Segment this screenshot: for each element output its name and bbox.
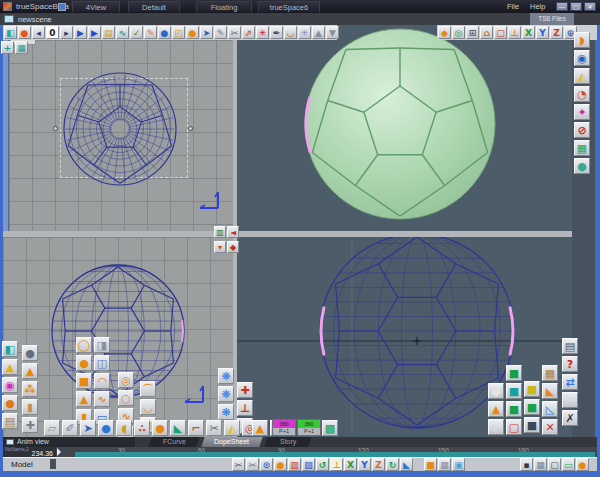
- view-type-button-icon[interactable]: ◆: [227, 241, 239, 253]
- library-tool-icon[interactable]: ▤: [2, 413, 18, 429]
- maximize-button[interactable]: ▢: [570, 2, 582, 11]
- timeline-marker[interactable]: [57, 448, 61, 456]
- horn-tool-icon[interactable]: ◖: [116, 420, 132, 436]
- sphere-tool-icon[interactable]: ●: [158, 26, 171, 39]
- rotation-spinner-a[interactable]: 360 P+1: [272, 419, 296, 436]
- circle-curve-tool-icon[interactable]: ◎: [118, 372, 134, 388]
- spin-tool-icon[interactable]: ↻: [386, 458, 399, 471]
- nav-down-button-icon[interactable]: ▼: [326, 26, 339, 39]
- boolean-intersect-tool-icon[interactable]: ■: [506, 401, 522, 417]
- y-axis-button-icon[interactable]: Y: [358, 458, 371, 471]
- hook-tool-icon[interactable]: ⌐: [188, 420, 204, 436]
- ruler-tool-icon[interactable]: ◺: [542, 401, 558, 417]
- cycle-tool-icon[interactable]: ↺: [316, 458, 329, 471]
- layout-tab-truespace6[interactable]: trueSpace6: [258, 1, 320, 12]
- image-tool-icon[interactable]: ▣: [452, 458, 465, 471]
- axis-widget-button-icon[interactable]: ⊥: [330, 458, 343, 471]
- selection-handle-left[interactable]: [53, 126, 58, 131]
- shaded-sphere-tool-icon[interactable]: ●: [22, 345, 38, 361]
- uv-tool-icon[interactable]: ◧: [2, 341, 18, 357]
- orange-ball-tool-icon[interactable]: ●: [152, 420, 168, 436]
- subdiv-mesh-tool-icon[interactable]: ❋: [218, 386, 234, 402]
- green-cube-tool-icon[interactable]: ■: [524, 399, 540, 415]
- blue-ball-tool-icon[interactable]: ●: [98, 420, 114, 436]
- play-button-icon[interactable]: ▶: [74, 26, 87, 39]
- close-button[interactable]: ✕: [584, 2, 596, 11]
- arc-curve-tool-icon[interactable]: ○: [118, 390, 134, 406]
- box-render-tool-icon[interactable]: ■: [424, 458, 437, 471]
- yellow-cube-tool-icon[interactable]: ■: [524, 381, 540, 397]
- selection-handle-right[interactable]: [188, 126, 193, 131]
- prism-tool-icon[interactable]: ▲: [2, 359, 18, 375]
- spiral-tool-icon[interactable]: ∿: [94, 391, 110, 407]
- step-forward-button-icon[interactable]: ▸: [60, 26, 73, 39]
- sweep-tool-icon[interactable]: ⇗: [242, 26, 255, 39]
- axis-widget-tool-icon[interactable]: ✚: [237, 382, 253, 398]
- checklist-panel-icon[interactable]: ▤: [562, 338, 578, 354]
- tab-dopesheet[interactable]: DopeSheet: [201, 437, 262, 447]
- normals-tool-icon[interactable]: ⊥: [508, 26, 521, 39]
- view-maximize-button-icon[interactable]: ▥: [214, 226, 226, 238]
- magnify-tool-icon[interactable]: ⊙: [260, 458, 273, 471]
- mirror-tool-icon[interactable]: ◫: [94, 355, 110, 371]
- axis-x-button-icon[interactable]: X: [522, 26, 535, 39]
- material-ball-tool-icon[interactable]: ●: [186, 26, 199, 39]
- flags-tool-icon[interactable]: ⚑: [562, 392, 578, 408]
- ink-pen-tool-icon[interactable]: ✐: [62, 420, 78, 436]
- boolean-subtract-tool-icon[interactable]: ■: [506, 383, 522, 399]
- blade-tool-icon[interactable]: ✂: [206, 420, 222, 436]
- light-icon-icon[interactable]: ◭: [574, 68, 590, 84]
- spheres-tool-icon[interactable]: ⁂: [22, 381, 38, 397]
- viewport-top-right[interactable]: [237, 25, 572, 231]
- timeline-range-bar[interactable]: [75, 452, 595, 458]
- axes-tool-icon[interactable]: ◎: [452, 26, 465, 39]
- validate-tool-icon[interactable]: ✓: [130, 26, 143, 39]
- bridge-tool-icon[interactable]: ◡: [140, 399, 156, 415]
- render-box-tool-icon[interactable]: ▢: [506, 419, 522, 435]
- view-reset-button-icon[interactable]: ▾: [214, 241, 226, 253]
- swap-tool-icon[interactable]: ⇄: [562, 374, 578, 390]
- slice-tool-icon[interactable]: ✂: [246, 458, 259, 471]
- layout-pin-button[interactable]: [58, 3, 66, 11]
- pill-button-icon[interactable]: ▭: [562, 458, 575, 471]
- dark-cube-tool-icon[interactable]: ■: [524, 417, 540, 433]
- eraser-tool-icon[interactable]: ▱: [44, 420, 60, 436]
- star-tool-icon[interactable]: ✳: [256, 26, 269, 39]
- red-box-tool-icon[interactable]: ▥: [288, 458, 301, 471]
- color-wheel-tool-icon[interactable]: ◉: [2, 377, 18, 393]
- object-tool-icon[interactable]: ◆: [438, 26, 451, 39]
- select-pointer-tool-icon[interactable]: ➤: [488, 419, 504, 435]
- shovel-tool-icon[interactable]: ◣: [542, 383, 558, 399]
- material-icon-icon[interactable]: ●: [574, 158, 590, 174]
- torus-tool-icon[interactable]: ◯: [76, 337, 92, 353]
- utility-tool-icon[interactable]: ✚: [22, 417, 38, 433]
- pen-tool-icon[interactable]: ✒: [270, 26, 283, 39]
- primitives-tool-icon[interactable]: ◧: [4, 26, 17, 39]
- sand-box-tool-icon[interactable]: ▦: [542, 365, 558, 381]
- monitor-button-icon[interactable]: ▢: [548, 458, 561, 471]
- subdiv-ball-tool-icon[interactable]: ❋: [218, 404, 234, 420]
- axis-y-button-icon[interactable]: Y: [536, 26, 549, 39]
- frame-field-icon[interactable]: 0: [46, 26, 59, 39]
- view-camera-button-icon[interactable]: ◄: [227, 226, 239, 238]
- clay-tool-icon[interactable]: ●: [2, 395, 18, 411]
- pencil-tool-icon[interactable]: ✎: [214, 26, 227, 39]
- ts6-files-button[interactable]: TS6 Files: [530, 13, 574, 25]
- viewport-divider-horizontal[interactable]: [3, 231, 572, 237]
- boolean-union-tool-icon[interactable]: ■: [506, 365, 522, 381]
- unwrap-tool-icon[interactable]: ◰: [172, 26, 185, 39]
- pick-tool-icon[interactable]: ➤: [200, 26, 213, 39]
- arc-tool-icon[interactable]: ⌒: [140, 381, 156, 397]
- no-render-icon-icon[interactable]: ⊘: [574, 122, 590, 138]
- record-button-icon[interactable]: ●: [18, 26, 31, 39]
- axis-z-button-icon[interactable]: Z: [550, 26, 563, 39]
- normal-widget-tool-icon[interactable]: ⊥: [237, 400, 253, 416]
- globe-icon-icon[interactable]: ◉: [574, 50, 590, 66]
- grid-mode-button-icon[interactable]: ⊞: [466, 26, 479, 39]
- play-to-end-button-icon[interactable]: ▶: [88, 26, 101, 39]
- tab-story[interactable]: Story: [264, 437, 311, 447]
- cone-prim-tool-icon[interactable]: ▲: [76, 391, 92, 407]
- magnet-tool-icon[interactable]: ◡: [284, 26, 297, 39]
- cone-tool-icon[interactable]: ▲: [22, 363, 38, 379]
- cut-tool-icon[interactable]: ✂: [232, 458, 245, 471]
